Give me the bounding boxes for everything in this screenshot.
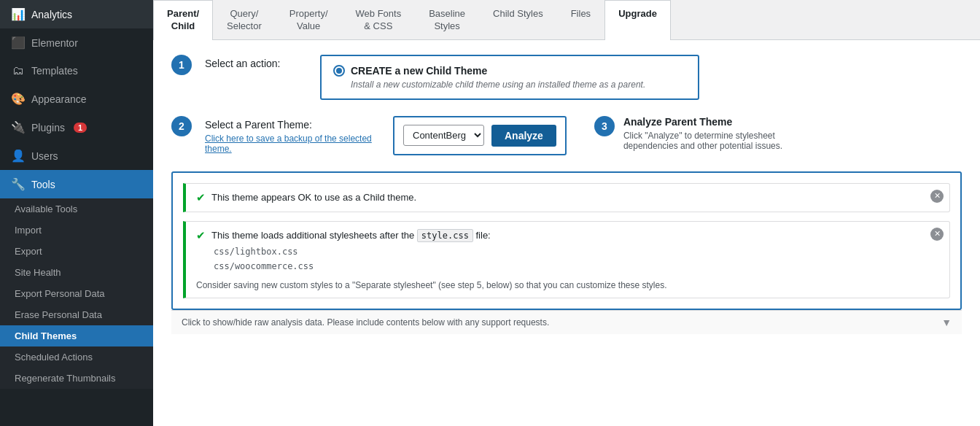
result-card-1: ✔ This theme appears OK to use as a Chil… [183,183,950,212]
result-card-2-message: This theme loads additional stylesheets … [211,229,491,242]
css-file-1: css/lightbox.css [214,247,939,257]
tab-label: Files [571,8,591,19]
result-card-2-header: ✔ This theme loads additional stylesheet… [196,229,939,242]
tab-label: Web Fonts& CSS [356,8,402,31]
sidebar-item-label: Users [31,150,58,162]
bottom-bar[interactable]: Click to show/hide raw analysis data. Pl… [171,310,962,334]
step-2-3-row: 2 Select a Parent Theme: Click here to s… [171,116,962,155]
step-3-desc: Analyze Parent Theme Click "Analyze" to … [623,116,784,151]
step-2-label: Select a Parent Theme: [205,116,380,131]
step-3-circle: 3 [594,116,615,136]
sidebar-item-label: Appearance [31,93,87,105]
tools-icon: 🔧 [11,177,26,191]
sidebar-subitem-label: Scheduled Actions [15,352,93,363]
sidebar-item-import[interactable]: Import [0,220,153,241]
result-card-1-header: ✔ This theme appears OK to use as a Chil… [196,191,939,204]
check-icon-2: ✔ [196,229,206,242]
result-card-2: ✔ This theme loads additional stylesheet… [183,221,950,298]
sidebar-item-label: Elementor [31,37,78,49]
tab-property-value[interactable]: Property/Value [276,0,342,40]
step-2-circle: 2 [171,116,192,136]
sidebar-subitem-label: Available Tools [15,204,77,214]
sidebar-item-analytics[interactable]: 📊 Analytics [0,0,153,28]
sidebar-item-label: Analytics [31,9,72,20]
sidebar-item-export-personal[interactable]: Export Personal Data [0,283,153,304]
main-content: Parent/Child Query/Selector Property/Val… [153,0,980,426]
check-icon-1: ✔ [196,191,206,204]
step-1-label: Select an action: [205,55,307,69]
sidebar-item-label: Templates [31,65,78,77]
css-file-2: css/woocommerce.css [214,261,939,271]
sidebar-subitem-label: Site Health [15,267,61,278]
elementor-icon: ⬛ [11,36,26,50]
sidebar: 📊 Analytics ⬛ Elementor 🗂 Templates 🎨 Ap… [0,0,153,426]
tab-web-fonts[interactable]: Web Fonts& CSS [342,0,416,40]
tab-label: Parent/Child [167,8,199,31]
result-card-1-message: This theme appears OK to use as a Child … [211,192,416,203]
plugins-badge: 1 [74,123,87,133]
tab-label: BaselineStyles [429,8,465,31]
result-note: Consider saving new custom styles to a "… [196,277,939,290]
action-card-title: CREATE a new Child Theme [333,65,686,77]
step-3-text: Click "Analyze" to determine stylesheet … [623,131,784,151]
tab-child-styles[interactable]: Child Styles [479,0,557,40]
sidebar-item-export[interactable]: Export [0,241,153,262]
sidebar-item-label: Plugins [31,122,65,133]
sidebar-item-elementor[interactable]: ⬛ Elementor [0,28,153,57]
tab-files[interactable]: Files [557,0,604,40]
sidebar-item-child-themes[interactable]: Child Themes [0,325,153,346]
plugins-icon: 🔌 [11,120,26,134]
step-1-row: 1 Select an action: CREATE a new Child T… [171,55,962,100]
sidebar-item-users[interactable]: 👤 Users [0,142,153,170]
radio-create-child[interactable] [333,65,345,77]
close-button-2[interactable]: ✕ [930,228,944,241]
tab-parent-child[interactable]: Parent/Child [153,0,213,40]
analytics-icon: 📊 [11,7,26,21]
step-3-title: Analyze Parent Theme [623,116,784,128]
sidebar-subitem-label: Export [15,246,42,257]
sidebar-item-label: Tools [31,179,55,190]
action-card: CREATE a new Child Theme Install a new c… [320,55,699,100]
sidebar-subitem-label: Erase Personal Data [15,309,102,320]
action-title-text: CREATE a new Child Theme [351,65,487,77]
sidebar-item-plugins[interactable]: 🔌 Plugins 1 [0,113,153,142]
sidebar-submenu: Available Tools Import Export Site Healt… [0,198,153,389]
theme-selector-row: ContentBerg Analyze [393,116,567,155]
step-3-area: 3 Analyze Parent Theme Click "Analyze" t… [594,116,784,151]
result-msg-before: This theme loads additional stylesheets … [211,230,414,241]
result-msg-after: file: [476,230,491,241]
tab-label: Query/Selector [227,8,262,31]
sidebar-item-site-health[interactable]: Site Health [0,262,153,283]
content-area: 1 Select an action: CREATE a new Child T… [153,40,980,426]
action-card-desc: Install a new customizable child theme u… [351,80,686,90]
sidebar-subitem-label: Child Themes [15,330,77,341]
tab-label: Child Styles [493,8,543,19]
tabs-bar: Parent/Child Query/Selector Property/Val… [153,0,980,40]
sidebar-subitem-label: Import [15,225,42,236]
users-icon: 👤 [11,149,26,163]
appearance-icon: 🎨 [11,92,26,106]
tab-baseline-styles[interactable]: BaselineStyles [415,0,479,40]
sidebar-subitem-label: Export Personal Data [15,288,105,299]
sidebar-item-appearance[interactable]: 🎨 Appearance [0,85,153,113]
sidebar-item-regenerate-thumbnails[interactable]: Regenerate Thumbnails [0,368,153,389]
parent-theme-dropdown[interactable]: ContentBerg [403,125,484,146]
backup-link[interactable]: Click here to save a backup of the selec… [205,133,380,154]
sidebar-item-templates[interactable]: 🗂 Templates [0,57,153,85]
tab-upgrade[interactable]: Upgrade [604,0,671,40]
templates-icon: 🗂 [11,64,26,77]
step-1-content: CREATE a new Child Theme Install a new c… [320,55,962,100]
close-button-1[interactable]: ✕ [930,190,944,203]
tab-query-selector[interactable]: Query/Selector [213,0,276,40]
tab-label: Property/Value [289,8,328,31]
step-1-circle: 1 [171,55,192,75]
results-area: ✔ This theme appears OK to use as a Chil… [171,171,962,310]
sidebar-item-tools[interactable]: 🔧 Tools [0,170,153,198]
sidebar-item-available-tools[interactable]: Available Tools [0,198,153,220]
chevron-down-icon: ▼ [941,317,952,328]
sidebar-item-scheduled-actions[interactable]: Scheduled Actions [0,346,153,368]
sidebar-item-erase-personal[interactable]: Erase Personal Data [0,304,153,325]
analyze-button[interactable]: Analyze [491,125,556,147]
step-2-content: Select a Parent Theme: Click here to sav… [205,116,380,154]
style-css-code: style.css [417,229,473,242]
